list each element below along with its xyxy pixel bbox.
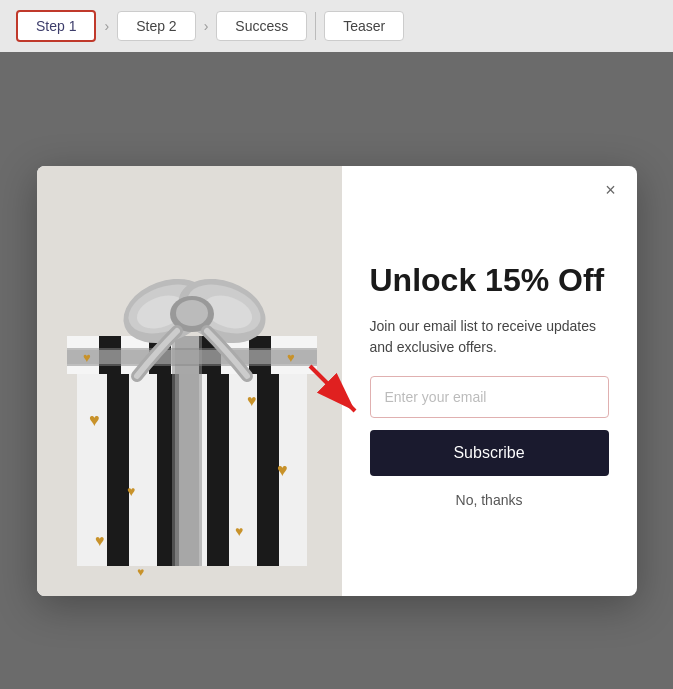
- svg-rect-14: [67, 350, 317, 364]
- teaser-label: Teaser: [343, 18, 385, 34]
- step-1-label: Step 1: [36, 18, 76, 34]
- subscribe-label: Subscribe: [453, 444, 524, 461]
- svg-text:♥: ♥: [287, 350, 295, 365]
- close-button[interactable]: ×: [599, 178, 623, 202]
- svg-rect-2: [107, 366, 129, 566]
- svg-rect-4: [207, 366, 229, 566]
- subscribe-button[interactable]: Subscribe: [370, 430, 609, 476]
- success-tab[interactable]: Success: [216, 11, 307, 41]
- step-2-label: Step 2: [136, 18, 176, 34]
- svg-text:♥: ♥: [95, 532, 105, 549]
- arrow-2-icon: ›: [200, 18, 213, 34]
- step-1-tab[interactable]: Step 1: [16, 10, 96, 42]
- modal-image-panel: ♥ ♥ ♥ ♥ ♥ ♥ ♥ ♥ ♥: [37, 166, 342, 596]
- no-thanks-label: No, thanks: [456, 492, 523, 508]
- modal-title: Unlock 15% Off: [370, 261, 609, 299]
- teaser-tab[interactable]: Teaser: [324, 11, 404, 41]
- close-icon: ×: [605, 181, 616, 199]
- top-navigation: Step 1 › Step 2 › Success Teaser: [0, 0, 673, 52]
- step-2-tab[interactable]: Step 2: [117, 11, 195, 41]
- nav-divider: [315, 12, 316, 40]
- svg-rect-5: [257, 366, 279, 566]
- modal-description: Join our email list to receive updates a…: [370, 316, 609, 358]
- svg-rect-12: [175, 336, 199, 566]
- svg-text:♥: ♥: [235, 523, 243, 539]
- email-input[interactable]: [370, 376, 609, 418]
- svg-text:♥: ♥: [127, 483, 135, 499]
- svg-text:♥: ♥: [137, 565, 144, 579]
- no-thanks-link[interactable]: No, thanks: [370, 492, 609, 508]
- svg-text:♥: ♥: [89, 410, 100, 430]
- arrow-1-icon: ›: [100, 18, 113, 34]
- subscribe-modal: ♥ ♥ ♥ ♥ ♥ ♥ ♥ ♥ ♥: [37, 166, 637, 596]
- svg-text:♥: ♥: [247, 392, 257, 409]
- modal-content-panel: × Unlock 15% Off Join our email list to …: [342, 166, 637, 596]
- main-content-area: ♥ ♥ ♥ ♥ ♥ ♥ ♥ ♥ ♥: [0, 52, 673, 689]
- success-label: Success: [235, 18, 288, 34]
- svg-point-22: [176, 300, 208, 326]
- svg-text:♥: ♥: [277, 460, 288, 480]
- svg-text:♥: ♥: [83, 350, 91, 365]
